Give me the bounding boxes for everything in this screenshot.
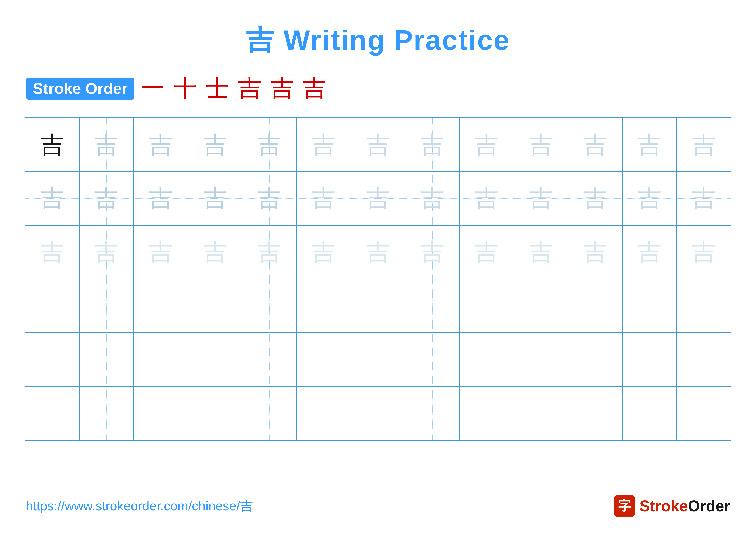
stroke-order-row: Stroke Order 一 十 士 吉 吉 吉 <box>26 72 326 105</box>
grid-cell[interactable] <box>134 387 188 440</box>
grid-cell[interactable] <box>25 279 79 333</box>
grid-cell[interactable]: 吉 <box>242 225 297 279</box>
grid-cell[interactable]: 吉 <box>568 171 622 225</box>
grid-cell[interactable] <box>405 279 459 333</box>
grid-cell[interactable] <box>79 387 134 440</box>
grid-cell[interactable]: 吉 <box>79 225 134 279</box>
stroke-3: 士 <box>205 72 229 105</box>
stroke-6: 吉 <box>303 72 326 105</box>
grid-cell[interactable] <box>188 387 242 440</box>
grid-cell[interactable] <box>677 279 731 333</box>
grid-cell[interactable] <box>242 333 297 386</box>
footer-url: https://www.strokeorder.com/chinese/吉 <box>26 497 253 515</box>
grid-cell[interactable] <box>297 387 351 440</box>
logo-text: StrokeOrder <box>640 497 730 515</box>
grid-cell[interactable]: 吉 <box>622 118 677 171</box>
grid-cell[interactable]: 吉 <box>188 171 242 225</box>
grid-cell[interactable]: 吉 <box>188 118 242 171</box>
grid-cell[interactable]: 吉 <box>79 171 134 225</box>
grid-cell[interactable]: 吉 <box>297 171 351 225</box>
grid-cell[interactable]: 吉 <box>25 171 79 225</box>
grid-cell[interactable] <box>188 333 242 386</box>
grid-cell[interactable] <box>188 279 242 333</box>
grid-cell[interactable] <box>514 279 568 333</box>
grid-cell[interactable]: 吉 <box>459 225 514 279</box>
grid-cell[interactable] <box>677 387 731 440</box>
grid-cell[interactable]: 吉 <box>514 118 568 171</box>
grid-cell[interactable] <box>297 333 351 386</box>
grid-cell[interactable] <box>514 387 568 440</box>
grid-cell[interactable] <box>514 333 568 386</box>
grid-cell[interactable] <box>405 333 459 386</box>
grid-cell[interactable] <box>568 387 622 440</box>
stroke-4: 吉 <box>238 72 262 105</box>
grid-cell[interactable] <box>622 387 677 440</box>
grid-cell[interactable]: 吉 <box>622 171 677 225</box>
grid-cell[interactable] <box>677 333 731 386</box>
stroke-5: 吉 <box>270 72 294 105</box>
grid-cell[interactable]: 吉 <box>188 225 242 279</box>
stroke-2: 十 <box>173 72 197 105</box>
stroke-order-badge: Stroke Order <box>26 78 134 99</box>
footer-logo: 字 StrokeOrder <box>614 495 730 517</box>
grid-cell[interactable] <box>459 387 514 440</box>
grid-cell[interactable] <box>568 333 622 386</box>
grid-cell[interactable] <box>622 333 677 386</box>
grid-cell[interactable]: 吉 <box>79 118 134 171</box>
grid-cell[interactable] <box>242 387 297 440</box>
stroke-1: 一 <box>141 72 165 105</box>
grid-cell[interactable]: 吉 <box>622 225 677 279</box>
grid-cell[interactable]: 吉 <box>568 225 622 279</box>
grid-cell[interactable] <box>351 333 405 386</box>
practice-grid: 吉吉吉吉吉吉吉吉吉吉吉吉吉吉吉吉吉吉吉吉吉吉吉吉吉吉吉吉吉吉吉吉吉吉吉吉吉吉吉 <box>25 117 731 441</box>
grid-cell[interactable]: 吉 <box>351 171 405 225</box>
grid-cell[interactable]: 吉 <box>514 225 568 279</box>
grid-cell[interactable] <box>351 387 405 440</box>
grid-cell[interactable]: 吉 <box>297 225 351 279</box>
grid-cell[interactable]: 吉 <box>459 118 514 171</box>
grid-cell[interactable]: 吉 <box>351 118 405 171</box>
grid-cell[interactable]: 吉 <box>134 118 188 171</box>
grid-cell[interactable] <box>134 333 188 386</box>
grid-cell[interactable]: 吉 <box>405 171 459 225</box>
grid-cell[interactable] <box>297 279 351 333</box>
grid-cell[interactable] <box>79 333 134 386</box>
grid-cell[interactable] <box>242 279 297 333</box>
grid-cell[interactable]: 吉 <box>568 118 622 171</box>
logo-icon: 字 <box>614 495 635 517</box>
grid-cell[interactable]: 吉 <box>297 118 351 171</box>
page-title: 吉 Writing Practice <box>246 21 510 60</box>
grid-cell[interactable] <box>25 333 79 386</box>
grid-cell[interactable]: 吉 <box>242 171 297 225</box>
grid-cell[interactable] <box>622 279 677 333</box>
grid-cell[interactable] <box>459 279 514 333</box>
grid-cell[interactable]: 吉 <box>134 225 188 279</box>
grid-cell[interactable]: 吉 <box>242 118 297 171</box>
grid-cell[interactable] <box>459 333 514 386</box>
grid-cell[interactable]: 吉 <box>134 171 188 225</box>
grid-cell[interactable]: 吉 <box>351 225 405 279</box>
grid-cell[interactable]: 吉 <box>514 171 568 225</box>
grid-cell[interactable]: 吉 <box>459 171 514 225</box>
grid-cell[interactable] <box>405 387 459 440</box>
grid-cell[interactable]: 吉 <box>25 118 79 171</box>
grid-cell[interactable] <box>134 279 188 333</box>
footer: https://www.strokeorder.com/chinese/吉 字 … <box>26 495 730 517</box>
stroke-sequence: 一 十 士 吉 吉 吉 <box>141 72 326 105</box>
grid-cell[interactable] <box>25 387 79 440</box>
grid-cell[interactable]: 吉 <box>677 171 731 225</box>
grid-cell[interactable]: 吉 <box>25 225 79 279</box>
grid-cell[interactable] <box>79 279 134 333</box>
grid-cell[interactable]: 吉 <box>405 225 459 279</box>
grid-cell[interactable]: 吉 <box>677 225 731 279</box>
grid-cell[interactable]: 吉 <box>405 118 459 171</box>
page: 吉 Writing Practice Stroke Order 一 十 士 吉 … <box>0 0 756 534</box>
grid-cell[interactable]: 吉 <box>677 118 731 171</box>
grid-cell[interactable] <box>351 279 405 333</box>
grid-cell[interactable] <box>568 279 622 333</box>
